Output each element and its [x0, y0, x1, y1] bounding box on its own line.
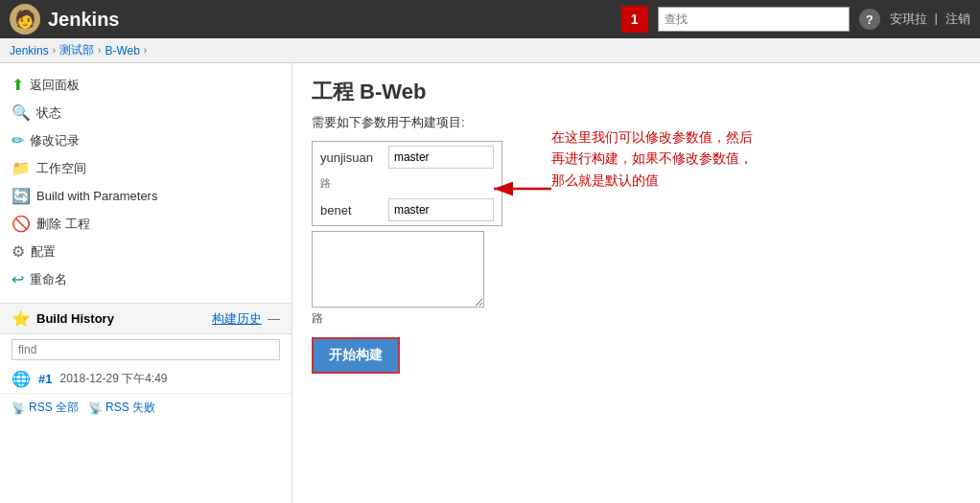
sidebar-label-changelog: 修改记录	[30, 132, 80, 149]
rss-area: 📡 RSS 全部 📡 RSS 失败	[0, 394, 292, 422]
param-row-2: benet	[313, 194, 502, 226]
sidebar-item-build-params[interactable]: 🔄 Build with Parameters	[0, 182, 292, 210]
build-params-icon: 🔄	[12, 187, 31, 205]
sidebar-label-back: 返回面板	[30, 77, 80, 94]
submit-button[interactable]: 开始构建	[312, 337, 400, 374]
build-history-dash[interactable]: —	[268, 311, 280, 326]
notification-badge[interactable]: 1	[621, 6, 648, 33]
sidebar-item-delete[interactable]: 🚫 删除 工程	[0, 210, 292, 238]
rename-icon: ↩	[12, 270, 24, 288]
rss-all-label: RSS 全部	[29, 400, 79, 416]
sidebar-label-configure: 配置	[31, 243, 56, 261]
param-label-1: yunjisuan	[313, 142, 381, 173]
path-label: 路	[312, 310, 961, 327]
param-row-1: yunjisuan	[313, 142, 502, 173]
breadcrumb-sep-2: ›	[98, 45, 101, 56]
param-label-2: benet	[313, 194, 381, 226]
build-history-label: Build History	[36, 311, 114, 326]
build-history-header: ⭐ Build History 构建历史 —	[0, 304, 292, 334]
main-layout: ⬆ 返回面板 🔍 状态 ✏ 修改记录 📁 工作空间 🔄 Build with P…	[0, 63, 980, 503]
breadcrumb: Jenkins › 测试部 › B-Web ›	[0, 38, 980, 63]
rss-fail-link[interactable]: 📡 RSS 失败	[88, 400, 155, 416]
search-input[interactable]	[658, 7, 850, 32]
configure-icon: ⚙	[12, 242, 25, 261]
build-status-icon: 🌐	[12, 370, 31, 388]
delete-icon: 🚫	[12, 215, 31, 233]
sidebar-item-status[interactable]: 🔍 状态	[0, 99, 292, 126]
user-area: 安琪拉 | 注销	[890, 11, 970, 28]
build-history-link[interactable]: 构建历史	[212, 310, 262, 328]
annotation: 在这里我们可以修改参数值，然后 再进行构建，如果不修改参数值， 那么就是默认的值	[551, 126, 887, 191]
help-button[interactable]: ?	[859, 9, 880, 30]
desc-textarea[interactable]	[312, 231, 484, 308]
sidebar: ⬆ 返回面板 🔍 状态 ✏ 修改记录 📁 工作空间 🔄 Build with P…	[0, 63, 292, 503]
changelog-icon: ✏	[12, 131, 24, 149]
content: 工程 B-Web 需要如下参数用于构建项目: yunjisuan 路 benet	[292, 63, 980, 503]
logout-link[interactable]: 注销	[945, 11, 970, 28]
status-icon: 🔍	[12, 103, 31, 122]
sidebar-item-changelog[interactable]: ✏ 修改记录	[0, 126, 292, 154]
sidebar-item-back[interactable]: ⬆ 返回面板	[0, 71, 292, 99]
logo-icon: 🧑	[10, 4, 40, 34]
param-input-2[interactable]	[388, 198, 494, 221]
sidebar-item-workspace[interactable]: 📁 工作空间	[0, 154, 292, 182]
page-title: 工程 B-Web	[312, 78, 961, 106]
build-form: yunjisuan 路 benet 在这里我们可以修改参数值，然后	[312, 141, 961, 374]
username[interactable]: 安琪拉	[890, 11, 927, 28]
rss-all-link[interactable]: 📡 RSS 全部	[12, 400, 79, 416]
logo-area: 🧑 Jenkins	[10, 4, 612, 34]
sidebar-item-configure[interactable]: ⚙ 配置	[0, 238, 292, 265]
build-history-section: ⭐ Build History 构建历史 — 🌐 #1 2018-12-29 下…	[0, 303, 292, 422]
param-input-1[interactable]	[388, 146, 494, 169]
param-path-1: 路	[313, 172, 502, 194]
workspace-icon: 📁	[12, 159, 31, 177]
rss-all-icon: 📡	[12, 401, 26, 415]
separator: |	[935, 11, 938, 28]
rss-fail-icon: 📡	[88, 401, 103, 415]
search-area	[658, 7, 850, 32]
breadcrumb-jenkins[interactable]: Jenkins	[10, 44, 49, 57]
back-icon: ⬆	[12, 76, 24, 94]
sidebar-label-delete: 删除 工程	[36, 216, 90, 233]
sidebar-label-status: 状态	[36, 104, 61, 122]
find-input[interactable]	[12, 339, 280, 360]
build-history-icon: ⭐	[12, 309, 31, 328]
build-time: 2018-12-29 下午4:49	[59, 371, 167, 387]
build-item: 🌐 #1 2018-12-29 下午4:49	[0, 365, 292, 394]
breadcrumb-dept[interactable]: 测试部	[59, 42, 94, 58]
breadcrumb-project[interactable]: B-Web	[105, 44, 139, 57]
params-table: yunjisuan 路 benet	[312, 141, 502, 226]
breadcrumb-sep-1: ›	[53, 45, 56, 56]
logo-text: Jenkins	[48, 9, 119, 31]
header: 🧑 Jenkins 1 ? 安琪拉 | 注销	[0, 0, 980, 38]
sidebar-label-build-params: Build with Parameters	[36, 189, 157, 203]
build-link[interactable]: #1	[38, 372, 52, 386]
build-history-title: ⭐ Build History	[12, 309, 114, 328]
sidebar-label-rename: 重命名	[30, 271, 67, 288]
breadcrumb-sep-3: ›	[144, 45, 147, 56]
sidebar-label-workspace: 工作空间	[36, 160, 86, 177]
param-sep-1: 路	[313, 172, 502, 194]
sidebar-item-rename[interactable]: ↩ 重命名	[0, 265, 292, 293]
rss-fail-label: RSS 失败	[105, 400, 155, 416]
